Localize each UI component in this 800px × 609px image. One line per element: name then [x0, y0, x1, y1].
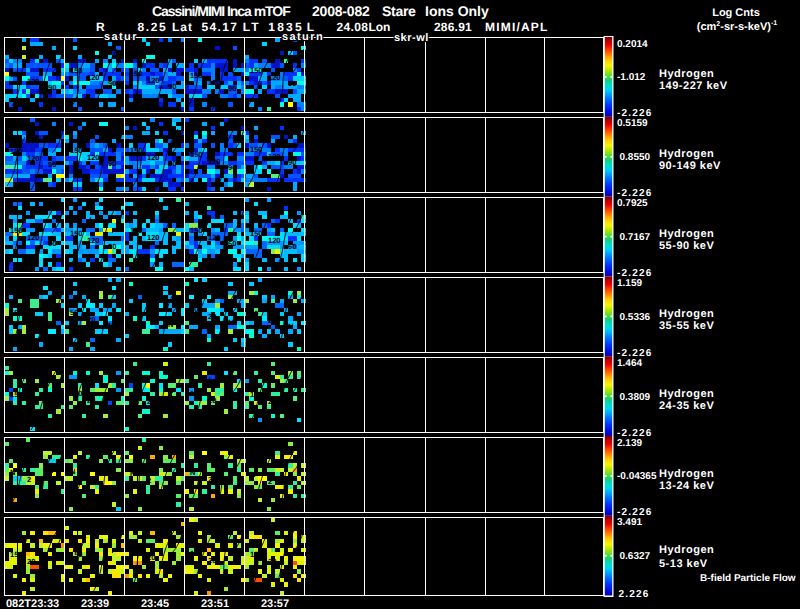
svg-text:60: 60	[48, 239, 56, 248]
svg-text:satur: satur	[104, 31, 138, 43]
svg-text:90: 90	[288, 158, 296, 167]
svg-text:150: 150	[10, 226, 23, 235]
svg-text:24-35 keV: 24-35 keV	[659, 400, 714, 412]
svg-text:20: 20	[208, 312, 216, 321]
svg-text:N: N	[70, 467, 75, 476]
svg-text:60: 60	[288, 242, 296, 251]
svg-text:skr-wl: skr-wl	[394, 32, 429, 44]
svg-text:20: 20	[27, 397, 35, 406]
svg-text:24.08: 24.08	[337, 20, 369, 34]
svg-text:50: 50	[190, 305, 198, 314]
svg-text:150: 150	[190, 150, 203, 159]
svg-text:-0.04365: -0.04365	[617, 471, 657, 482]
svg-text:N: N	[228, 318, 233, 327]
svg-text:N: N	[10, 468, 15, 477]
svg-text:Lat: Lat	[172, 20, 193, 34]
svg-text:20: 20	[27, 557, 35, 566]
svg-text:20: 20	[208, 556, 216, 565]
svg-text:0.5336: 0.5336	[620, 312, 651, 323]
svg-text:90: 90	[108, 79, 116, 88]
svg-text:Lon: Lon	[368, 20, 390, 34]
svg-text:8.25: 8.25	[138, 20, 168, 34]
svg-text:90: 90	[108, 159, 116, 168]
svg-text:90: 90	[48, 83, 56, 92]
svg-text:Hydrogen: Hydrogen	[659, 148, 714, 160]
svg-text:90: 90	[228, 84, 236, 93]
svg-text:50: 50	[130, 307, 138, 316]
svg-text:20: 20	[208, 396, 216, 405]
svg-text:50: 50	[250, 309, 258, 318]
svg-text:N: N	[250, 470, 255, 479]
svg-text:150: 150	[70, 66, 83, 75]
svg-text:150: 150	[130, 226, 143, 235]
svg-text:2: 2	[27, 475, 31, 484]
svg-text:55-90 keV: 55-90 keV	[659, 240, 714, 252]
svg-text:120: 120	[208, 157, 221, 166]
svg-text:120: 120	[147, 76, 160, 85]
svg-text:150: 150	[250, 550, 263, 559]
svg-text:120: 120	[208, 233, 221, 242]
svg-text:150: 150	[250, 229, 263, 238]
svg-text:120: 120	[147, 233, 160, 242]
svg-text:20: 20	[268, 557, 276, 566]
svg-text:0.3809: 0.3809	[620, 392, 651, 403]
svg-text:150: 150	[70, 229, 83, 238]
svg-text:286.91: 286.91	[434, 20, 472, 34]
svg-text:N: N	[288, 322, 293, 331]
svg-text:120: 120	[27, 154, 40, 163]
svg-text:150: 150	[10, 390, 23, 399]
svg-text:20: 20	[87, 396, 95, 405]
svg-text:5-13 keV: 5-13 keV	[659, 558, 708, 570]
svg-text:150: 150	[250, 66, 263, 75]
svg-text:150: 150	[130, 146, 143, 155]
svg-text:2.139: 2.139	[617, 438, 642, 449]
svg-text:35-55 keV: 35-55 keV	[659, 320, 714, 332]
svg-text:90-149 keV: 90-149 keV	[659, 160, 721, 172]
svg-text:Hydrogen: Hydrogen	[659, 308, 714, 320]
svg-text:150: 150	[190, 389, 203, 398]
svg-text:23:57: 23:57	[261, 598, 289, 609]
svg-text:120: 120	[208, 78, 221, 87]
svg-text:1.464: 1.464	[617, 358, 642, 369]
svg-text:Hydrogen: Hydrogen	[659, 228, 714, 240]
svg-text:20: 20	[147, 397, 155, 406]
svg-text:2: 2	[147, 476, 151, 485]
svg-text:Stare: Stare	[382, 3, 416, 19]
svg-text:120: 120	[87, 73, 100, 82]
svg-text:20: 20	[268, 316, 276, 325]
svg-text:120: 120	[268, 152, 281, 161]
svg-text:20: 20	[27, 315, 35, 324]
svg-text:Hydrogen: Hydrogen	[659, 468, 714, 480]
svg-text:60: 60	[168, 239, 176, 248]
svg-text:082T23:33: 082T23:33	[6, 598, 59, 609]
svg-text:90: 90	[288, 79, 296, 88]
svg-text:54.17: 54.17	[202, 20, 239, 34]
svg-text:90: 90	[48, 160, 56, 169]
svg-text:2: 2	[268, 477, 272, 486]
svg-text:23:51: 23:51	[201, 598, 229, 609]
svg-text:Hydrogen: Hydrogen	[659, 388, 714, 400]
svg-text:1.159: 1.159	[617, 278, 642, 289]
svg-text:150: 150	[250, 390, 263, 399]
svg-text:60: 60	[228, 239, 236, 248]
svg-text:LT: LT	[243, 20, 261, 34]
svg-text:150: 150	[10, 147, 23, 156]
svg-text:150: 150	[130, 546, 143, 555]
svg-text:N: N	[130, 469, 135, 478]
svg-text:0.7167: 0.7167	[620, 232, 651, 243]
svg-text:-1.012: -1.012	[617, 72, 646, 83]
svg-text:2.226: 2.226	[619, 589, 650, 600]
svg-text:120: 120	[87, 236, 100, 245]
svg-text:0.7925: 0.7925	[617, 198, 648, 209]
svg-text:13-24 keV: 13-24 keV	[659, 480, 714, 492]
svg-text:0.6327: 0.6327	[620, 551, 651, 562]
svg-text:120: 120	[87, 153, 100, 162]
svg-text:149-227 keV: 149-227 keV	[659, 80, 728, 92]
svg-text:0.5159: 0.5159	[617, 118, 648, 129]
svg-text:150: 150	[130, 69, 143, 78]
svg-text:150: 150	[130, 390, 143, 399]
svg-text:2: 2	[87, 474, 91, 483]
svg-text:MIMI/APL: MIMI/APL	[485, 20, 549, 34]
svg-text:20: 20	[87, 315, 95, 324]
svg-text:90: 90	[168, 82, 176, 91]
